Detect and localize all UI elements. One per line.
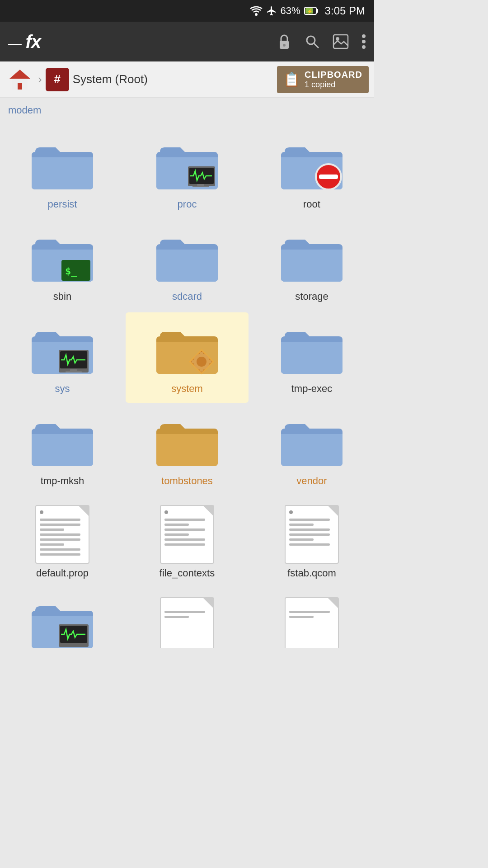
svg-line-8 <box>314 43 319 48</box>
file-fstab-qcom-label: fstab.qcom <box>287 567 336 579</box>
folder-sdcard[interactable]: sdcard <box>126 220 249 311</box>
home-button[interactable] <box>5 66 34 93</box>
svg-text:⚡: ⚡ <box>307 8 313 14</box>
svg-rect-19 <box>197 184 204 186</box>
svg-rect-37 <box>192 360 195 363</box>
search-icon[interactable] <box>305 34 320 49</box>
folder-sdcard-icon <box>153 228 221 287</box>
file-default-prop-icon <box>28 505 96 564</box>
folder-vendor-label: vendor <box>296 475 327 487</box>
svg-point-34 <box>197 357 206 367</box>
folder-system-icon <box>153 321 221 379</box>
svg-rect-35 <box>200 352 203 355</box>
folder-proc-label: proc <box>178 198 197 210</box>
wifi-icon <box>250 6 263 16</box>
airplane-icon <box>266 5 277 16</box>
modem-label[interactable]: modem <box>5 104 45 116</box>
folder-tmp-exec-label: tmp-exec <box>291 383 332 395</box>
file-contexts-icon <box>153 505 221 564</box>
folder-vendor[interactable]: vendor <box>250 405 373 495</box>
folder-system[interactable]: system <box>126 312 249 403</box>
folder-partial-bottom[interactable] <box>1 594 124 648</box>
folder-sys[interactable]: sys <box>1 312 124 403</box>
bottom-partial-row <box>0 593 374 653</box>
battery-percent: 63% <box>281 5 300 17</box>
image-icon[interactable] <box>333 34 349 49</box>
folder-storage[interactable]: storage <box>250 220 373 311</box>
svg-rect-36 <box>200 368 203 372</box>
file-default-prop[interactable]: default.prop <box>1 497 124 587</box>
breadcrumb-title: System (Root) <box>73 72 148 86</box>
folder-tombstones-label: tombstones <box>161 475 213 487</box>
folder-sbin[interactable]: $_ sbin <box>1 220 124 311</box>
folder-system-label: system <box>171 383 203 395</box>
file-grid: persist proc <box>0 123 374 593</box>
folder-sbin-label: sbin <box>53 291 71 302</box>
svg-point-11 <box>362 34 366 38</box>
breadcrumb-hash-badge: # <box>46 68 69 91</box>
svg-point-7 <box>307 36 315 44</box>
file-contexts[interactable]: file_contexts <box>126 497 249 587</box>
folder-tmp-mksh[interactable]: tmp-mksh <box>1 405 124 495</box>
folder-tombstones-icon <box>153 413 221 472</box>
file-fstab-qcom-icon <box>278 505 346 564</box>
svg-point-6 <box>283 44 286 47</box>
svg-point-0 <box>255 13 258 16</box>
lock-icon[interactable] <box>277 33 292 50</box>
battery-icon: ⚡ <box>304 6 319 16</box>
folder-sdcard-label: sdcard <box>172 291 202 302</box>
svg-rect-23 <box>319 175 338 179</box>
app-bar-actions <box>277 33 366 50</box>
folder-proc-icon <box>153 136 221 195</box>
svg-rect-16 <box>18 83 22 90</box>
status-icons: 63% ⚡ 3:05 PM <box>250 5 365 17</box>
folder-root-icon <box>278 136 346 195</box>
file-partial-bottom-2-icon <box>153 597 221 648</box>
file-default-prop-label: default.prop <box>36 567 89 579</box>
folder-root[interactable]: root <box>250 128 373 218</box>
file-fstab-qcom[interactable]: fstab.qcom <box>250 497 373 587</box>
file-partial-bottom-2[interactable] <box>126 594 249 648</box>
svg-rect-9 <box>333 35 348 48</box>
file-partial-bottom-3-icon <box>278 597 346 648</box>
folder-tmp-exec-icon <box>278 321 346 379</box>
svg-rect-28 <box>70 369 77 371</box>
status-bar: 63% ⚡ 3:05 PM <box>0 0 374 22</box>
partial-top-row: modem <box>0 98 374 123</box>
folder-storage-icon <box>278 228 346 287</box>
file-partial-bottom-3[interactable] <box>250 594 373 648</box>
folder-root-label: root <box>303 198 320 210</box>
svg-rect-38 <box>208 360 211 363</box>
app-bar: — fx <box>0 22 374 61</box>
folder-partial-bottom-icon <box>28 597 96 648</box>
folder-persist[interactable]: persist <box>1 128 124 218</box>
folder-sys-label: sys <box>55 383 70 395</box>
folder-vendor-icon <box>278 413 346 472</box>
folder-tmp-mksh-label: tmp-mksh <box>41 475 84 487</box>
clipboard-text: CLIPBOARD 1 copied <box>305 69 362 90</box>
folder-sbin-icon: $_ <box>28 228 96 287</box>
svg-rect-20 <box>192 186 209 187</box>
breadcrumb-chevron: › <box>38 72 42 86</box>
folder-tombstones[interactable]: tombstones <box>126 405 249 495</box>
svg-point-12 <box>362 40 366 43</box>
folder-proc[interactable]: proc <box>126 128 249 218</box>
folder-persist-label: persist <box>48 198 77 210</box>
folder-tmp-exec[interactable]: tmp-exec <box>250 312 373 403</box>
folder-persist-icon <box>28 136 96 195</box>
svg-rect-2 <box>316 9 318 13</box>
status-time: 3:05 PM <box>325 5 365 17</box>
more-icon[interactable] <box>361 34 366 49</box>
folder-tmp-mksh-icon <box>28 413 96 472</box>
folder-storage-label: storage <box>295 291 328 302</box>
folder-sys-icon <box>28 321 96 379</box>
svg-text:$_: $_ <box>65 265 77 277</box>
file-contexts-label: file_contexts <box>160 567 215 579</box>
svg-rect-29 <box>66 371 82 373</box>
clipboard-icon: 📋 <box>283 71 300 87</box>
app-logo: — fx <box>8 32 41 52</box>
clipboard-badge[interactable]: 📋 CLIPBOARD 1 copied <box>277 66 369 93</box>
svg-point-13 <box>362 45 366 49</box>
breadcrumb-bar: › # System (Root) 📋 CLIPBOARD 1 copied <box>0 61 374 98</box>
